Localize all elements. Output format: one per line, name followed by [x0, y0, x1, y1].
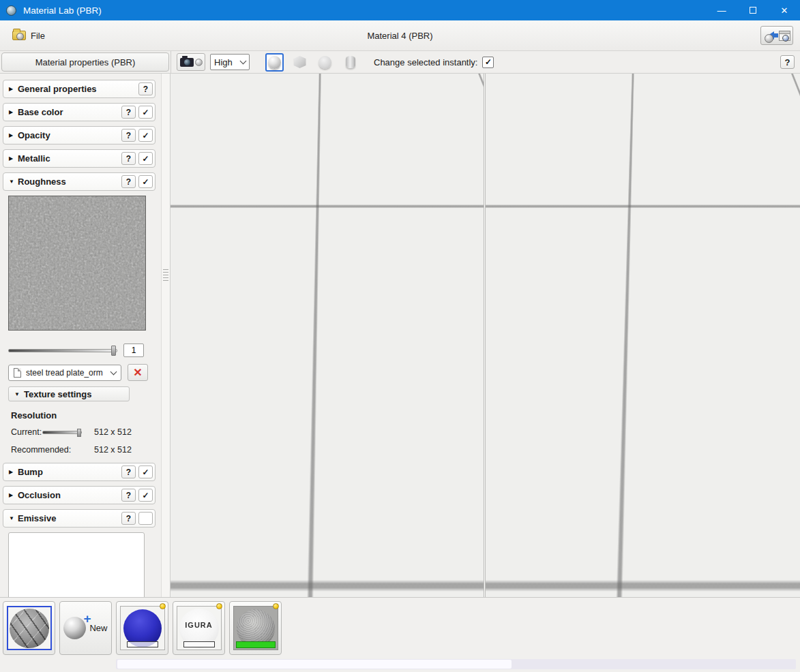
material-sphere-dark: [201, 177, 458, 435]
expander-icon: ▼: [14, 391, 24, 397]
expander-icon[interactable]: ▶: [9, 109, 18, 115]
emissive-checkbox[interactable]: [138, 512, 153, 525]
horizontal-scrollbar[interactable]: [116, 659, 796, 669]
quality-select[interactable]: High: [210, 54, 250, 70]
expander-icon[interactable]: ▶: [9, 469, 18, 475]
bump-checkbox[interactable]: ✓: [138, 465, 153, 478]
section-general-properties[interactable]: ▶ General properties ?: [3, 80, 155, 98]
splitter-grip-icon: [163, 269, 168, 283]
section-occlusion[interactable]: ▶ Occlusion ? ✓: [3, 486, 155, 504]
roughness-checkbox[interactable]: ✓: [138, 175, 153, 188]
base-color-checkbox[interactable]: ✓: [138, 106, 153, 119]
shape-cylinder-button[interactable]: [341, 53, 359, 72]
expander-icon[interactable]: ▶: [9, 86, 18, 92]
preview-shape-buttons: [265, 53, 359, 72]
roughness-slider[interactable]: [8, 349, 117, 352]
section-base-color[interactable]: ▶ Base color ? ✓: [3, 103, 155, 121]
material-thumbnail-white-text[interactable]: IGURA: [173, 601, 225, 655]
help-button[interactable]: ?: [121, 489, 136, 502]
texture-file-name: steel tread plate_orm: [26, 368, 106, 378]
scrollbar-thumb[interactable]: [117, 660, 512, 669]
material-sphere-bright: [524, 174, 783, 433]
help-button[interactable]: ?: [121, 129, 136, 142]
material-properties-tab[interactable]: Material properties (PBR): [1, 52, 169, 72]
material-thumbnail-downloading[interactable]: [229, 601, 282, 655]
section-bump[interactable]: ▶ Bump ? ✓: [3, 463, 155, 481]
current-label: Current:: [11, 427, 42, 437]
roughness-texture-row: steel tread plate_orm ✕: [8, 364, 155, 381]
expander-icon[interactable]: ▶: [9, 492, 18, 498]
collapse-arrows-icon: «: [492, 584, 497, 592]
new-material-button[interactable]: + New: [59, 601, 112, 655]
material-thumbnail-image: [233, 606, 278, 650]
plus-icon: +: [83, 611, 91, 626]
section-roughness[interactable]: ▼ Roughness ? ✓: [3, 172, 155, 191]
help-button[interactable]: ?: [121, 106, 136, 119]
chevron-down-icon: [110, 368, 117, 375]
section-metallic[interactable]: ▶ Metallic ? ✓: [3, 149, 155, 168]
close-icon: ✕: [781, 5, 788, 16]
material-thumbnail-image: IGURA: [177, 606, 222, 650]
section-emissive[interactable]: ▼ Emissive ?: [3, 509, 155, 528]
help-button[interactable]: ?: [121, 512, 136, 525]
expander-icon[interactable]: ▼: [9, 179, 18, 185]
chevron-down-icon: [240, 58, 247, 65]
close-button[interactable]: ✕: [769, 0, 800, 20]
help-button[interactable]: ?: [121, 152, 136, 165]
shape-matte-sphere-button[interactable]: [316, 53, 334, 72]
emissive-color-panel[interactable]: [8, 532, 145, 597]
quality-value: High: [214, 57, 237, 67]
header-band: Material properties (PBR) High Change se…: [0, 51, 800, 74]
cylinder-icon: [346, 56, 355, 68]
toolbar-help-button[interactable]: ?: [780, 55, 795, 69]
material-thumbnail-steel-tread[interactable]: [3, 601, 55, 655]
material-window-icon: [779, 31, 790, 41]
roughness-slider-handle[interactable]: [111, 346, 116, 356]
texture-file-dropdown[interactable]: steel tread plate_orm: [8, 365, 121, 381]
material-lab-window: Material Lab (PBR) — ✕ File Material 4 (…: [0, 0, 800, 672]
menu-bar: File Material 4 (PBR): [0, 20, 800, 51]
delete-x-icon: ✕: [133, 366, 142, 379]
help-button[interactable]: ?: [138, 82, 153, 95]
resolution-recommended-row: Recommended: 512 x 512: [11, 445, 155, 456]
roughness-texture-preview[interactable]: [8, 196, 146, 331]
occlusion-checkbox[interactable]: ✓: [138, 489, 153, 502]
resolution-slider[interactable]: [42, 431, 82, 434]
title-bar[interactable]: Material Lab (PBR) — ✕: [0, 0, 800, 20]
expander-icon[interactable]: ▶: [9, 132, 18, 138]
maximize-button[interactable]: [737, 0, 769, 20]
recommended-resolution-value: 512 x 512: [94, 445, 132, 455]
help-button[interactable]: ?: [121, 175, 136, 188]
opacity-checkbox[interactable]: ✓: [138, 129, 153, 142]
change-instantly-checkbox[interactable]: ✓: [482, 57, 494, 68]
shape-cube-button[interactable]: [291, 53, 309, 72]
metallic-checkbox[interactable]: ✓: [138, 152, 153, 165]
file-icon: [14, 368, 21, 378]
texture-settings-expander[interactable]: ▼ Texture settings: [8, 386, 130, 401]
sidebar-splitter[interactable]: [161, 74, 170, 597]
resolution-heading: Resolution: [11, 410, 155, 421]
roughness-value-input[interactable]: [123, 343, 144, 357]
help-button[interactable]: ?: [121, 465, 136, 478]
current-material-title: Material 4 (PBR): [0, 31, 800, 41]
preview-pane-left[interactable]: [171, 74, 484, 597]
material-thumbnail-image: [120, 606, 165, 650]
back-to-materials-button[interactable]: [760, 26, 793, 45]
material-properties-panel: ▶ General properties ? ▶ Base color ? ✓ …: [0, 74, 171, 597]
material-thumbnail-blue[interactable]: [116, 601, 168, 655]
sphere-icon: [765, 34, 773, 43]
expander-icon[interactable]: ▼: [9, 515, 18, 521]
remove-texture-button[interactable]: ✕: [128, 364, 148, 381]
expander-icon[interactable]: ▶: [9, 155, 18, 162]
preview-viewport: «: [171, 74, 800, 597]
cube-icon: [294, 56, 306, 68]
render-camera-button[interactable]: [177, 53, 205, 71]
collapse-comparison-button[interactable]: «: [490, 575, 507, 593]
preview-pane-right[interactable]: «: [486, 74, 800, 597]
section-opacity[interactable]: ▶ Opacity ? ✓: [3, 126, 155, 144]
change-instantly-label: Change selected instantly:: [374, 57, 477, 67]
download-progress-bar: [236, 641, 276, 648]
resolution-slider-handle[interactable]: [77, 429, 81, 437]
shape-glossy-sphere-button[interactable]: [265, 53, 284, 72]
minimize-button[interactable]: —: [706, 0, 737, 20]
